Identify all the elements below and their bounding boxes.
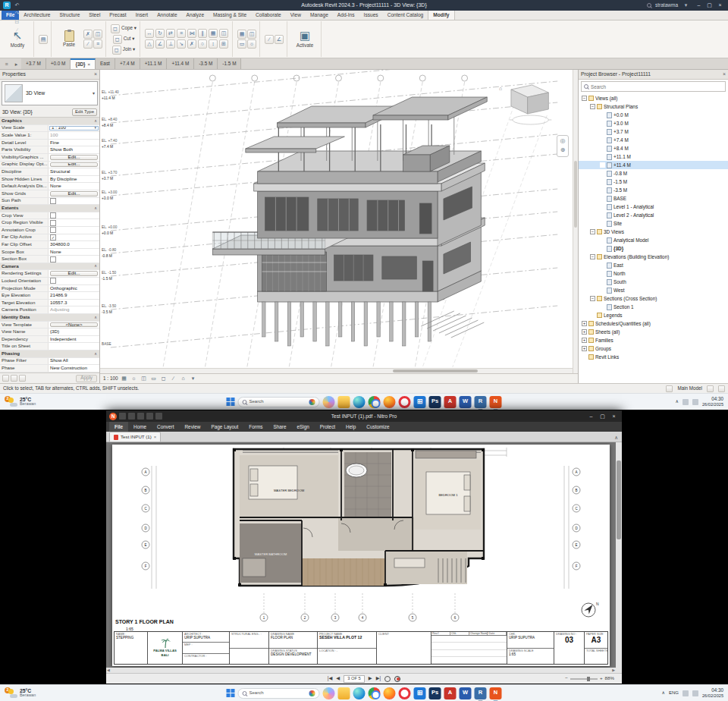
taskbar-app-icon[interactable] <box>323 687 335 699</box>
property-row[interactable]: Far Clip Active <box>0 234 99 242</box>
volume-icon[interactable] <box>692 690 698 696</box>
notification-icon[interactable]: ▾ <box>682 2 690 10</box>
modify-tool-icon[interactable]: ◫ <box>219 29 228 38</box>
property-row[interactable]: Scale Value 1: 100 <box>0 132 99 140</box>
ribbon-tab[interactable]: Annotate <box>152 10 181 20</box>
view-tab[interactable]: {3D}× <box>71 58 96 69</box>
taskbar-app-icon[interactable]: A <box>444 687 457 699</box>
qat-icon[interactable]: ↶ <box>13 2 21 10</box>
tree-item[interactable]: + Schedules/Quantities (all) <box>579 319 728 328</box>
view-tab[interactable]: -3.5 M <box>194 58 218 69</box>
geometry-tool-button[interactable]: ◻ Cut ▾ <box>113 35 135 44</box>
taskbar-app-icon[interactable]: R <box>475 687 487 699</box>
tree-item[interactable]: − Structural Plans <box>579 102 728 111</box>
properties-icon[interactable]: ▤ <box>39 35 48 44</box>
ribbon-tab[interactable]: Collaborate <box>251 10 286 20</box>
close-button[interactable]: × <box>715 1 725 10</box>
tree-expander[interactable] <box>600 304 605 310</box>
property-row[interactable]: Rendering Settings Edit... <box>0 270 99 278</box>
start-button[interactable] <box>227 689 235 697</box>
ribbon-tab[interactable]: Customize <box>361 422 394 432</box>
qat-icon[interactable]: ∕ <box>13 27 21 35</box>
taskbar-clock[interactable]: 04:30 26/02/2025 <box>702 397 723 407</box>
navigation-tool-icon[interactable]: ⊕ <box>560 147 566 154</box>
tree-expander[interactable] <box>600 171 605 176</box>
property-row[interactable]: Extents <box>0 205 99 212</box>
ribbon-tab[interactable]: Home <box>128 422 152 432</box>
taskbar-app-icon[interactable] <box>414 396 426 408</box>
view-control-icon[interactable]: ◻ <box>160 375 168 382</box>
modify-tool-icon[interactable]: ↕ <box>209 39 218 49</box>
view-tab-overflow-icon[interactable]: ▸ <box>11 59 21 69</box>
minimize-button[interactable]: – <box>586 412 596 420</box>
cut-icon[interactable]: ✗ <box>83 30 93 39</box>
tray-chevron-icon[interactable]: ∧ <box>662 690 665 696</box>
ribbon-tab[interactable]: Convert <box>152 422 179 432</box>
save-icon[interactable] <box>119 413 126 420</box>
view-tool-icon[interactable]: ☼ <box>247 39 256 49</box>
tree-expander[interactable]: − <box>582 96 587 101</box>
view-tool-icon[interactable]: ◫ <box>247 30 256 39</box>
tree-expander[interactable] <box>600 112 605 118</box>
tree-expander[interactable] <box>600 179 605 184</box>
active-design-option[interactable]: Main Model <box>677 386 702 391</box>
tree-expander[interactable]: + <box>582 321 587 326</box>
nitro-logo-icon[interactable]: N <box>109 413 117 420</box>
zoom-level[interactable]: 88% <box>605 676 614 681</box>
taskbar-search[interactable]: Search <box>238 397 320 407</box>
taskbar-app-icon[interactable]: A <box>444 396 457 408</box>
taskbar-app-icon[interactable] <box>399 396 411 408</box>
ribbon-tab[interactable]: Share <box>268 422 291 432</box>
tree-expander[interactable]: + <box>582 329 587 335</box>
scroll-right-icon[interactable]: ▶ <box>612 668 615 673</box>
view-control-icon[interactable]: ▾ <box>190 375 197 382</box>
view-control-icon[interactable]: ▦ <box>121 375 128 382</box>
ribbon-tab[interactable]: Massing & Site <box>209 10 251 20</box>
property-row[interactable]: Scope Box None <box>0 249 99 256</box>
tree-expander[interactable] <box>600 146 605 151</box>
signed-in-user[interactable]: stratawma <box>655 2 678 8</box>
tree-item[interactable]: − Sections (Cross Section) <box>579 294 728 303</box>
property-row[interactable]: Show Hidden Lines By Discipline <box>0 176 99 184</box>
view-tab[interactable]: +11.1 M <box>140 58 168 69</box>
tree-expander[interactable]: + <box>582 346 587 351</box>
modify-tool-icon[interactable]: ○ <box>198 39 207 49</box>
canvas-vertical-scrollbar[interactable] <box>573 70 578 373</box>
tree-expander[interactable] <box>600 187 605 193</box>
taskbar-app-icon[interactable]: W <box>460 396 472 408</box>
properties-list-icon[interactable] <box>19 375 26 382</box>
taskbar-app-icon[interactable] <box>353 396 366 408</box>
property-row[interactable]: Discipline Structural <box>0 168 99 176</box>
property-row[interactable]: Phase Filter Show All <box>0 358 99 366</box>
taskbar-app-icon[interactable]: Ps <box>429 396 441 408</box>
format-icon[interactable]: ≡ <box>93 39 102 49</box>
match-icon[interactable]: ∕ <box>83 39 93 49</box>
tree-expander[interactable] <box>600 221 605 226</box>
view-control-icon[interactable]: ⌂ <box>180 375 187 382</box>
selection-filter-icon[interactable] <box>718 385 725 392</box>
maximize-button[interactable]: ▢ <box>598 412 607 420</box>
tree-expander[interactable] <box>600 246 605 251</box>
wifi-icon[interactable] <box>682 690 689 696</box>
modify-tool-icon[interactable]: ⇄ <box>166 29 175 38</box>
tree-item[interactable]: South <box>579 278 728 286</box>
copy-icon[interactable]: ◫ <box>93 30 102 39</box>
property-row[interactable]: Target Elevation 10557.3 <box>0 300 99 307</box>
tree-item[interactable]: Level 2 - Analytical <box>579 211 728 219</box>
taskbar-app-icon[interactable] <box>384 687 396 699</box>
ribbon-tab[interactable]: Protect <box>315 422 340 432</box>
tree-expander[interactable] <box>600 129 605 134</box>
ribbon-tab[interactable]: Review <box>179 422 206 432</box>
property-row[interactable]: Locked Orientation <box>0 278 99 285</box>
tree-item[interactable]: + Families <box>579 336 728 344</box>
view-tab[interactable]: East <box>96 58 115 69</box>
tree-item[interactable]: -0.8 M <box>579 169 728 178</box>
tree-expander[interactable] <box>600 279 605 284</box>
instance-selector[interactable]: 3D View: {3D} <box>2 109 33 115</box>
view-scale[interactable]: 1 : 100 <box>103 376 118 381</box>
ribbon-tab[interactable]: Add-Ins <box>333 10 359 20</box>
view-tool-icon[interactable]: ▦ <box>237 30 246 39</box>
tree-item[interactable]: +7.4 M <box>579 136 728 144</box>
tree-item[interactable]: BASE <box>579 194 728 203</box>
property-row[interactable]: Identity Data <box>0 314 99 322</box>
